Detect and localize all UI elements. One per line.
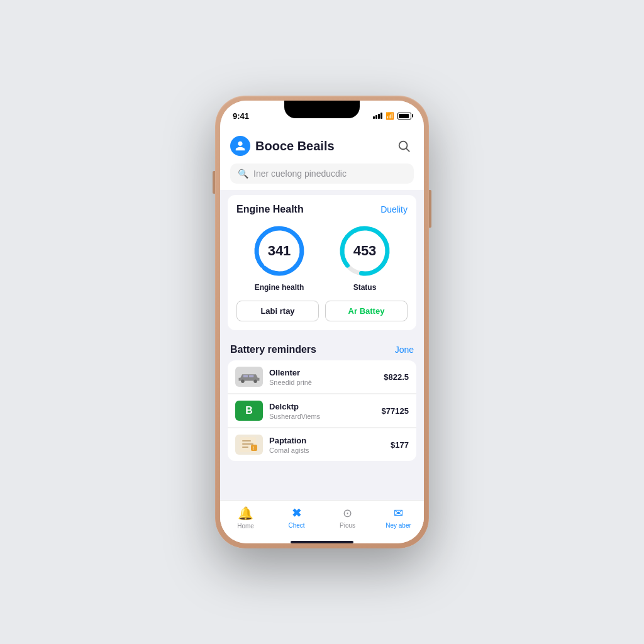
- reminder1-sub: Sneedid prinè: [269, 379, 377, 386]
- reminder2-sub: SusherardViems: [269, 413, 375, 420]
- app-content: Booce Beails 🔍 Iner cuelong pineducdic: [220, 128, 424, 543]
- reminder1-info: Ollenter Sneedid prinè: [269, 368, 377, 386]
- chect-nav-icon: ✖: [292, 506, 301, 520]
- nav-item-chect[interactable]: ✖ Chect: [278, 506, 316, 529]
- reminders-header: Battery reminders Jone: [220, 338, 424, 360]
- reminder-thumb-doc: !: [235, 435, 263, 455]
- svg-rect-12: [242, 443, 253, 445]
- header-search-button[interactable]: [394, 136, 414, 156]
- gauge1-wrap: 341: [251, 223, 308, 279]
- app-header: Booce Beails: [220, 128, 424, 161]
- home-nav-label: Home: [237, 523, 254, 530]
- status-time: 9:41: [233, 111, 249, 121]
- svg-rect-9: [249, 375, 253, 377]
- status-icons: 📶: [373, 112, 411, 120]
- user-icon: [235, 140, 246, 152]
- engine-status-btn[interactable]: Labi rtay: [236, 301, 319, 321]
- status-buttons: Labi rtay Ar Battey: [236, 301, 408, 321]
- battery-status-btn[interactable]: Ar Battey: [325, 301, 408, 321]
- nav-item-neyaber[interactable]: ✉ Ney aber: [380, 506, 418, 529]
- reminders-link[interactable]: Jone: [395, 345, 414, 355]
- svg-rect-13: [242, 447, 248, 448]
- chect-nav-label: Chect: [288, 522, 304, 529]
- reminder3-sub: Comal agists: [269, 447, 384, 454]
- bottom-nav: 🔔 Home ✖ Chect ⊙ Pious ✉ Ney aber: [220, 500, 424, 537]
- engine-health-link[interactable]: Duelity: [380, 204, 408, 214]
- reminders-title: Battery reminders: [230, 344, 316, 355]
- engine-health-card: Engine Health Duelity 341: [228, 195, 416, 330]
- gauge1-value: 341: [268, 243, 291, 259]
- status-bar: 9:41 📶: [220, 101, 424, 128]
- svg-text:!: !: [253, 445, 254, 451]
- reminder-item[interactable]: Ollenter Sneedid prinè $822.5: [228, 360, 416, 394]
- reminder2-info: Delcktp SusherardViems: [269, 402, 375, 420]
- gauges-row: 341 Engine health 453: [236, 223, 408, 292]
- signal-icon: [373, 113, 382, 119]
- gauge-engine-health: 341 Engine health: [251, 223, 308, 292]
- search-container: 🔍 Iner cuelong pineducdic: [220, 161, 424, 190]
- reminder-item[interactable]: ! Paptation Comal agists $177: [228, 428, 416, 461]
- avatar: [230, 136, 250, 156]
- scroll-content: Engine Health Duelity 341: [220, 190, 424, 500]
- home-indicator: [291, 541, 353, 543]
- home-nav-icon: 🔔: [238, 506, 253, 521]
- neyaber-nav-icon: ✉: [394, 506, 403, 520]
- reminder-thumb-car: [235, 367, 263, 387]
- car-icon: [237, 370, 261, 384]
- search-input[interactable]: Iner cuelong pineducdic: [253, 169, 347, 179]
- search-bar-icon: 🔍: [238, 169, 248, 179]
- reminders-list: Ollenter Sneedid prinè $822.5 B Delcktp …: [220, 360, 424, 461]
- svg-line-1: [406, 148, 409, 152]
- pious-nav-icon: ⊙: [343, 506, 352, 520]
- reminder3-price: $177: [391, 440, 409, 450]
- reminder1-name: Ollenter: [269, 368, 377, 377]
- phone-frame: 9:41 📶: [215, 96, 429, 548]
- wifi-icon: 📶: [386, 112, 394, 120]
- reminder-thumb-battery: B: [235, 401, 263, 421]
- svg-rect-8: [243, 375, 248, 377]
- nav-item-pious[interactable]: ⊙ Pious: [329, 506, 367, 529]
- notch: [284, 101, 360, 118]
- header-left: Booce Beails: [230, 136, 335, 156]
- phone-screen: 9:41 📶: [220, 101, 424, 543]
- document-icon: !: [237, 436, 261, 453]
- reminder2-price: $77125: [382, 406, 409, 416]
- search-bar[interactable]: 🔍 Iner cuelong pineducdic: [230, 164, 414, 184]
- battery-icon: [397, 113, 411, 119]
- gauge2-value: 453: [353, 243, 377, 259]
- card-header: Engine Health Duelity: [236, 204, 408, 215]
- neyaber-nav-label: Ney aber: [386, 522, 411, 529]
- nav-item-home[interactable]: 🔔 Home: [227, 506, 265, 530]
- gauge-status: 453 Status: [336, 223, 393, 292]
- page-title: Booce Beails: [255, 139, 335, 153]
- reminder2-name: Delcktp: [269, 402, 375, 411]
- pious-nav-label: Pious: [340, 522, 355, 529]
- reminder1-price: $822.5: [384, 372, 409, 382]
- engine-health-title: Engine Health: [236, 204, 304, 215]
- gauge2-wrap: 453: [336, 223, 393, 279]
- reminder3-info: Paptation Comal agists: [269, 436, 384, 454]
- reminder3-name: Paptation: [269, 436, 384, 445]
- reminder-item[interactable]: B Delcktp SusherardViems $77125: [228, 394, 416, 428]
- search-icon: [397, 139, 411, 153]
- svg-point-0: [399, 142, 408, 150]
- svg-point-7: [253, 380, 257, 384]
- svg-rect-11: [242, 440, 251, 441]
- svg-point-6: [241, 380, 245, 384]
